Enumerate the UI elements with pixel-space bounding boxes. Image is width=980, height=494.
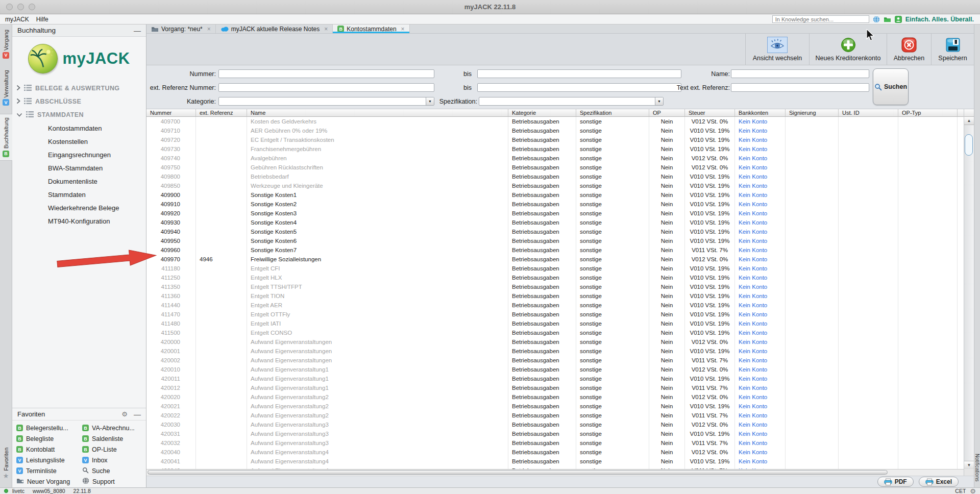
- table-row[interactable]: 409800BetriebsbedarfBetriebsausgabensons…: [146, 172, 964, 181]
- table-row[interactable]: 411480Entgelt IATIBetriebsausgabensonsti…: [146, 319, 964, 328]
- cell-bankkonten-link[interactable]: Kein Konto: [735, 172, 786, 181]
- edge-tab-favoriten[interactable]: Favoriten ★: [0, 444, 12, 482]
- favorite-item-belegerstellu-[interactable]: BBelegerstellu...: [13, 423, 79, 433]
- cell-bankkonten-link[interactable]: Kein Konto: [735, 181, 786, 190]
- table-row[interactable]: 409710AER Gebühren 0% oder 19%Betriebsau…: [146, 126, 964, 135]
- ext-referenz-von-input[interactable]: [218, 83, 434, 92]
- cell-bankkonten-link[interactable]: Kein Konto: [735, 301, 786, 310]
- nummer-von-input[interactable]: [218, 69, 434, 78]
- table-row[interactable]: 409930Sonstige Kosten4Betriebsausgabenso…: [146, 218, 964, 227]
- tab-vorgang-neu-[interactable]: Vorgang: *neu*×: [146, 24, 216, 33]
- neues-kreditorenkonto-button[interactable]: Neues Kreditorenkonto: [809, 34, 887, 65]
- tab-kontostammdaten[interactable]: BKontostammdaten×: [333, 24, 409, 33]
- table-row[interactable]: 409750Gebühren RücklastschriftenBetriebs…: [146, 163, 964, 172]
- scroll-up-button[interactable]: ▲: [964, 117, 974, 125]
- column-header-kategorie[interactable]: Kategorie: [508, 109, 576, 116]
- table-row[interactable]: 420022Aufwand Eigenveranstaltung2Betrieb…: [146, 411, 964, 420]
- table-row[interactable]: 420010Aufwand Eigenveranstaltung1Betrieb…: [146, 365, 964, 374]
- table-row[interactable]: 409700Kosten des GeldverkehrsBetriebsaus…: [146, 117, 964, 126]
- cell-bankkonten-link[interactable]: Kein Konto: [735, 457, 786, 466]
- cell-bankkonten-link[interactable]: Kein Konto: [735, 200, 786, 209]
- cell-bankkonten-link[interactable]: Kein Konto: [735, 218, 786, 227]
- cell-bankkonten-link[interactable]: Kein Konto: [735, 402, 786, 411]
- notifications-tab[interactable]: Notifications: [974, 454, 980, 481]
- cell-bankkonten-link[interactable]: Kein Konto: [735, 411, 786, 420]
- favorite-item-inbox[interactable]: VInbox: [79, 455, 145, 465]
- cell-bankkonten-link[interactable]: Kein Konto: [735, 365, 786, 374]
- table-row[interactable]: 409740AvalgebührenBetriebsausgabensonsti…: [146, 154, 964, 163]
- cell-bankkonten-link[interactable]: Kein Konto: [735, 328, 786, 337]
- close-icon[interactable]: ×: [324, 26, 328, 33]
- table-row[interactable]: 420031Aufwand Eigenveranstaltung3Betrieb…: [146, 429, 964, 438]
- cell-bankkonten-link[interactable]: Kein Konto: [735, 347, 786, 356]
- cell-bankkonten-link[interactable]: Kein Konto: [735, 429, 786, 438]
- column-header-nummer[interactable]: Nummer: [146, 109, 196, 116]
- favorite-item-leistungsliste[interactable]: VLeistungsliste: [13, 455, 79, 465]
- menu-hilfe[interactable]: Hilfe: [36, 16, 48, 23]
- table-row[interactable]: 409730FranchisenehmergebührenBetriebsaus…: [146, 144, 964, 154]
- favorite-item-belegliste[interactable]: BBelegliste: [13, 433, 79, 444]
- cell-bankkonten-link[interactable]: Kein Konto: [735, 190, 786, 200]
- cell-bankkonten-link[interactable]: Kein Konto: [735, 438, 786, 448]
- cell-bankkonten-link[interactable]: Kein Konto: [735, 374, 786, 383]
- cell-bankkonten-link[interactable]: Kein Konto: [735, 135, 786, 144]
- table-row[interactable]: 420030Aufwand Eigenveranstaltung3Betrieb…: [146, 420, 964, 429]
- search-button[interactable]: Suchen: [873, 68, 909, 105]
- favorites-collapse-button[interactable]: —: [134, 412, 141, 417]
- cell-bankkonten-link[interactable]: Kein Konto: [735, 126, 786, 135]
- favorite-item-kontoblatt[interactable]: BKontoblatt: [13, 444, 79, 455]
- cell-bankkonten-link[interactable]: Kein Konto: [735, 227, 786, 236]
- horizontal-scrollbar-thumb[interactable]: [148, 470, 888, 475]
- favorite-item-suche[interactable]: Suche: [79, 465, 145, 476]
- sidebar-item-kostenstellen[interactable]: Kostenstellen: [16, 135, 146, 148]
- column-header-op-typ[interactable]: OP-Typ: [898, 109, 958, 116]
- table-row[interactable]: 420032Aufwand Eigenveranstaltung3Betrieb…: [146, 438, 964, 448]
- gear-icon[interactable]: ⚙: [970, 488, 976, 494]
- cell-bankkonten-link[interactable]: Kein Konto: [735, 337, 786, 347]
- column-header-signierung[interactable]: Signierung: [786, 109, 839, 116]
- ext-referenz-bis-input[interactable]: [477, 83, 681, 92]
- table-row[interactable]: 411440Entgelt AERBetriebsausgabensonstig…: [146, 301, 964, 310]
- column-header-op[interactable]: OP: [649, 109, 685, 116]
- sidebar-item-mt940-konfiguration[interactable]: MT940-Konfiguration: [16, 214, 146, 228]
- table-row[interactable]: 409900Sonstige Kosten1Betriebsausgabenso…: [146, 190, 964, 200]
- tree-group-abschl-sse[interactable]: ABSCHLÜSSE: [16, 95, 146, 108]
- cell-bankkonten-link[interactable]: Kein Konto: [735, 383, 786, 392]
- vertical-scrollbar-thumb[interactable]: [965, 134, 973, 156]
- table-row[interactable]: 420012Aufwand Eigenveranstaltung1Betrieb…: [146, 383, 964, 392]
- cell-bankkonten-link[interactable]: Kein Konto: [735, 154, 786, 163]
- column-header-ext-referenz[interactable]: ext. Referenz: [196, 109, 247, 116]
- cell-bankkonten-link[interactable]: Kein Konto: [735, 264, 786, 273]
- cell-bankkonten-link[interactable]: Kein Konto: [735, 117, 786, 126]
- cell-bankkonten-link[interactable]: Kein Konto: [735, 392, 786, 402]
- folder-icon[interactable]: [884, 16, 891, 22]
- edge-tab-vorgang[interactable]: VorgangV: [0, 27, 12, 62]
- table-row[interactable]: 409910Sonstige Kosten2Betriebsausgabenso…: [146, 200, 964, 209]
- table-row[interactable]: 411350Entgelt TTSH/TFPTBetriebsausgabens…: [146, 282, 964, 291]
- edge-tab-verwaltung[interactable]: VerwaltungV: [0, 67, 12, 109]
- favorite-item-va-abrechnu-[interactable]: BVA-Abrechnu...: [79, 423, 145, 433]
- spezifikation-select[interactable]: ▼: [479, 97, 664, 106]
- scroll-down-button[interactable]: ▼: [964, 461, 974, 469]
- favorite-item-neuer-vorgang[interactable]: Neuer Vorgang: [13, 476, 79, 487]
- table-row[interactable]: 420002Aufwand EigenveranstaltungenBetrie…: [146, 356, 964, 365]
- nummer-bis-input[interactable]: [477, 69, 681, 78]
- sidebar-item-stammdaten[interactable]: Stammdaten: [16, 188, 146, 201]
- table-row[interactable]: 420011Aufwand Eigenveranstaltung1Betrieb…: [146, 374, 964, 383]
- table-row[interactable]: 409950Sonstige Kosten6Betriebsausgabenso…: [146, 236, 964, 245]
- cell-bankkonten-link[interactable]: Kein Konto: [735, 163, 786, 172]
- favorite-item-support[interactable]: Support: [79, 476, 145, 487]
- table-row[interactable]: 420040Aufwand Eigenveranstaltung4Betrieb…: [146, 448, 964, 457]
- table-row[interactable]: 420000Aufwand EigenveranstaltungenBetrie…: [146, 337, 964, 347]
- column-header-ust-id[interactable]: Ust. ID: [839, 109, 898, 116]
- name-input[interactable]: [731, 69, 869, 78]
- ansicht-wechseln-button[interactable]: Ansicht wechseln: [745, 34, 809, 65]
- table-row[interactable]: 411180Entgelt CFIBetriebsausgabensonstig…: [146, 264, 964, 273]
- excel-export-button[interactable]: Excel: [919, 477, 959, 487]
- sidebar-item-wiederkehrende-belege[interactable]: Wiederkehrende Belege: [16, 201, 146, 214]
- vertical-scrollbar-track[interactable]: [964, 125, 974, 461]
- text-ext-referenz-input[interactable]: [731, 83, 869, 92]
- table-row[interactable]: 420001Aufwand EigenveranstaltungenBetrie…: [146, 347, 964, 356]
- cell-bankkonten-link[interactable]: Kein Konto: [735, 273, 786, 282]
- table-row[interactable]: 411500Entgelt CONSOBetriebsausgabensonst…: [146, 328, 964, 337]
